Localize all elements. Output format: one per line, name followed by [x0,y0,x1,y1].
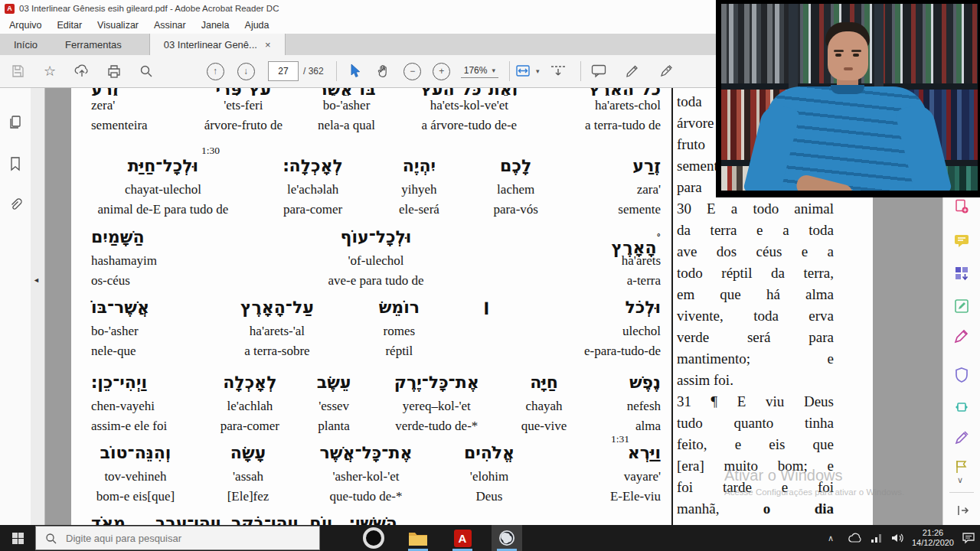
masora-circle: ° [657,232,662,242]
panel-splitter[interactable]: ◄ [31,88,45,525]
zoom-level-value: 176% [464,65,488,76]
page-number-input[interactable] [268,61,299,81]
interlinear-row: וַיְהִי־כֵן׃chen-vayehiassim-e ele foi ל… [71,369,671,436]
taskbar-acrobat[interactable]: A [447,525,478,551]
highlighter-pen-icon [625,64,640,79]
open-tools-pane-button[interactable] [954,501,972,520]
start-button[interactable] [0,525,35,551]
hebrew-word: אֲשֶׁר־בּוֹ [91,298,149,317]
taskbar-search[interactable] [35,526,320,550]
find-button[interactable] [135,58,158,84]
interlinear-cell: וְהִנֵּה־טוֹבtov-vehinehbom-e eis[que] [71,439,200,507]
tab-ferramentas[interactable]: Ferramentas [51,34,136,55]
hebrew-word: אֱלֹהִים [464,443,514,462]
onedrive-cloud-icon[interactable] [848,533,863,543]
taskbar-clock[interactable]: 21:26 14/12/2020 [912,528,954,548]
verse-line: manhã, o dia [677,498,834,520]
interlinear-cell: זֶרַעzara'semente [564,152,671,220]
edit-pdf-icon [953,298,970,315]
presenter-collar [831,85,864,94]
fill-sign-button[interactable] [655,58,678,84]
page-display-button[interactable] [547,58,570,84]
attachments-button[interactable] [0,192,31,218]
interlinear-cell: עַל־הָאָרֶץha'arets-'ala terra-sobre [207,294,347,361]
clock-date: 14/12/2020 [912,538,954,548]
menu-ajuda[interactable]: Ajuda [245,20,270,31]
action-center-icon[interactable] [962,532,975,544]
hebrew-word: זֶרַע [632,156,661,175]
transliteration: hashamayim [91,251,259,271]
select-tool-button[interactable] [343,58,366,84]
menu-assinar[interactable]: Assinar [154,20,186,31]
chevron-down-icon[interactable]: ∨ [957,475,963,485]
interlinear-cell: בּוֹ־אֲשֶׁרbo-'ashernela-a qual [297,88,395,135]
taskbar-file-explorer[interactable] [403,525,433,551]
translation-pt: e-para-tudo-de [521,341,661,361]
menu-arquivo[interactable]: Arquivo [9,20,41,31]
protect-pdf-button[interactable] [952,366,971,384]
highlight-button[interactable] [621,58,644,84]
interlinear-cell: הַשָּׁמַיִםhashamayimos-céus [71,223,259,291]
tab-document[interactable]: 03 Interlinear Genê... × [149,34,286,55]
window-title: 03 Interlinear Gênesis esih gileard.pdf … [19,4,279,13]
verse-line: tudo quanto tinha [677,412,834,434]
compress-pdf-button[interactable] [952,398,971,416]
page-thumbnails-button[interactable] [0,109,31,135]
interlinear-cell: וּלְכֹלulechole-para-tudo-de [521,294,671,361]
collapse-panel-icon[interactable]: ◄ [33,276,40,284]
cursor-arrow-icon [348,64,361,79]
print-button[interactable] [103,58,126,84]
tab-inicio[interactable]: Início [0,34,51,55]
page-up-icon: ↑ [207,63,224,80]
windows-logo-icon [12,533,24,544]
more-tools-button[interactable] [952,458,971,476]
certificates-button[interactable] [952,429,971,447]
left-navigation-rail [0,88,31,525]
next-page-button[interactable]: ↓ [234,58,257,84]
hand-tool-button[interactable] [372,58,395,84]
search-input[interactable] [64,532,282,545]
fit-width-button[interactable]: ▾ [516,58,540,84]
share-button[interactable] [70,58,93,84]
organize-pages-button[interactable] [952,264,971,282]
speaker-icon[interactable] [890,533,904,543]
previous-page-button[interactable]: ↑ [204,58,227,84]
edit-pdf-button[interactable] [952,297,971,315]
clock-time: 21:26 [912,528,954,538]
hebrew-word: לְאָכְלָה [223,373,276,392]
zoom-in-button[interactable]: + [430,58,453,84]
transliteration: 'elohim [436,467,543,487]
obs-studio-icon [498,529,516,547]
zoom-out-button[interactable]: − [401,58,424,84]
network-signal-icon[interactable] [871,533,883,543]
save-button[interactable] [6,58,29,84]
transliteration: chayat-ulechol [71,180,255,200]
show-hidden-icons[interactable]: ∧ [828,533,834,543]
tab-close-icon[interactable]: × [265,39,271,51]
interlinear-cell: ׀ [452,294,521,361]
comment-tool-button[interactable] [952,232,971,250]
menu-visualizar[interactable]: Visualizar [97,20,139,31]
favorite-star-button[interactable]: ☆ [38,58,61,84]
verse-line: verde será para [677,327,834,348]
menu-janela[interactable]: Janela [201,20,230,31]
translation-pt: verde-tudo de-* [371,416,502,436]
translation-pt: a terra-tudo de [543,116,661,135]
fill-sign-pen-icon [953,328,970,345]
compress-pdf-icon [953,399,970,416]
translation-pt: semente [564,200,661,220]
transliteration: chen-vayehi [91,396,203,416]
zoom-level-dropdown[interactable]: 176% ▾ [461,65,498,78]
transliteration: ha'arets [493,251,661,271]
comment-button[interactable] [587,58,610,84]
translation-pt: [Ele]fez [200,487,296,507]
menu-editar[interactable]: Editar [57,20,82,31]
bookmarks-button[interactable] [0,151,31,177]
taskbar-cortana-circle[interactable] [358,525,389,551]
interlinear-cell: אֶת־כָּל־אֲשֶׁר'asher-kol-'etque-tudo de… [296,439,436,507]
paseq-mark: ׀ [483,298,489,317]
translation-pt: E-Ele-viu [543,487,661,507]
export-pdf-button[interactable] [952,197,971,216]
taskbar-obs-studio[interactable] [492,525,522,551]
fill-sign-tool-button[interactable] [952,328,971,346]
